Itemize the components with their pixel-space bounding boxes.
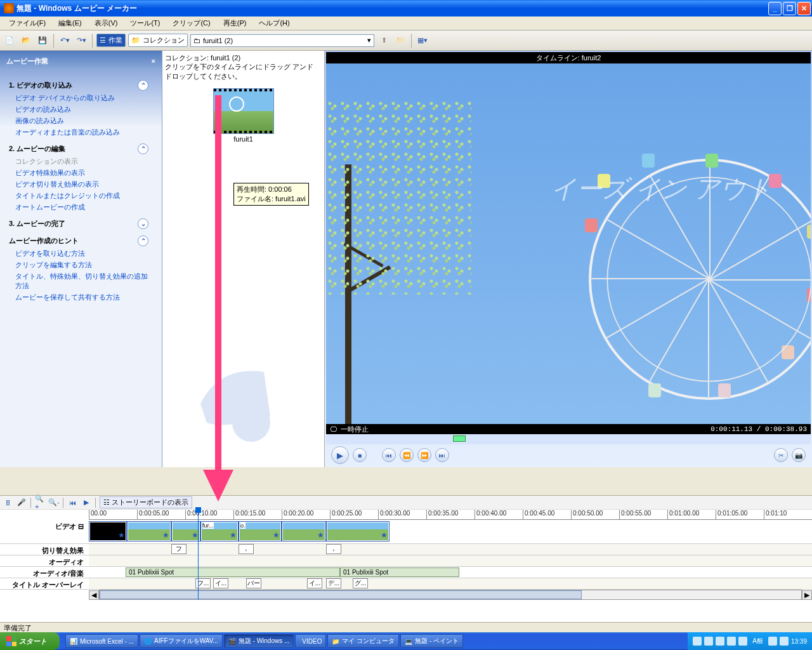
stop-button[interactable]: ■ (353, 448, 367, 462)
tray-icon[interactable] (727, 637, 736, 646)
title-clip[interactable]: イ... (213, 578, 228, 588)
next-button[interactable]: ⏭ (435, 448, 449, 462)
save-button[interactable]: 💾 (36, 34, 49, 48)
h-scrollbar[interactable] (99, 590, 802, 600)
show-storyboard-button[interactable]: ☷ ストーリーボードの表示 (100, 496, 192, 508)
rewind-button[interactable]: ⏪ (400, 448, 414, 462)
prev-button[interactable]: ⏮ (382, 448, 396, 462)
transition-clip[interactable]: , (326, 544, 341, 554)
audio-clip[interactable]: 01 Publixiii Spot (126, 567, 340, 577)
seek-slider[interactable] (326, 434, 811, 444)
ime-indicator[interactable]: A般 (752, 637, 763, 646)
rewind-timeline-button[interactable]: ⏮ (67, 498, 77, 508)
expand-icon[interactable]: ⌄ (138, 218, 148, 229)
panel-close-icon[interactable]: × (152, 57, 155, 65)
tray-icon[interactable] (738, 637, 747, 646)
task-link[interactable]: ビデオを取り込む方法 (15, 249, 153, 258)
title-clip[interactable]: グ... (353, 578, 368, 588)
section-finish[interactable]: 3. ムービーの完了⌄ (9, 218, 148, 229)
timeline-clip[interactable]: ★ (89, 521, 127, 541)
close-button[interactable]: ✕ (797, 2, 811, 15)
scroll-right-button[interactable]: ▶ (802, 590, 812, 600)
play-timeline-button[interactable]: ▶ (81, 498, 91, 508)
task-link[interactable]: クリップを編集する方法 (15, 260, 153, 270)
task-link[interactable]: ビデオの読み込み (15, 105, 153, 114)
menu-clip[interactable]: クリップ(C) (166, 17, 216, 30)
clip-thumbnail[interactable]: furuit1 (213, 88, 274, 143)
start-button[interactable]: スタート (0, 632, 60, 650)
collapse-icon[interactable]: ⌃ (138, 80, 148, 91)
status-bar: 準備完了 (0, 622, 812, 632)
tasks-toggle[interactable]: ☰ 作業 (96, 34, 126, 47)
tray-icon[interactable] (704, 637, 713, 646)
forward-button[interactable]: ⏩ (417, 448, 431, 462)
separator (92, 34, 93, 48)
menu-tool[interactable]: ツール(T) (124, 17, 166, 30)
timeline-clip[interactable]: fur...★ (200, 521, 239, 541)
timeline-clip[interactable]: ★ (326, 521, 390, 541)
redo-button[interactable]: ↷▾ (74, 34, 88, 48)
timeline-clip[interactable]: o.★ (239, 521, 282, 541)
menu-play[interactable]: 再生(P) (217, 17, 253, 30)
taskbar-item[interactable]: VIDEO (295, 634, 326, 648)
task-link[interactable]: オートムービーの作成 (15, 202, 153, 212)
taskbar-item[interactable]: 💻無題 - ペイント (400, 634, 463, 648)
snapshot-button[interactable]: 📷 (792, 448, 806, 462)
title-clip[interactable]: イ... (307, 578, 322, 588)
collapse-icon[interactable]: ⌃ (138, 143, 148, 154)
title-clip[interactable]: バー (246, 578, 261, 588)
task-link[interactable]: ビデオ デバイスからの取り込み (15, 93, 153, 103)
transition-clip[interactable]: , (239, 544, 254, 554)
tray-icon[interactable] (780, 637, 789, 646)
transition-clip[interactable]: フ (171, 544, 187, 554)
up-button[interactable]: ⬆ (377, 34, 391, 48)
title-clip[interactable]: デ... (326, 578, 341, 588)
split-button[interactable]: ✂ (774, 448, 788, 462)
new-project-button[interactable]: 📄 (3, 34, 16, 48)
collapse-track-icon[interactable]: ⊟ (78, 522, 84, 530)
minimize-button[interactable]: _ (768, 2, 782, 15)
audio-track: オーディオ (0, 555, 812, 567)
tray-icon[interactable] (716, 637, 724, 646)
play-button[interactable]: ▶ (331, 446, 349, 464)
menu-view[interactable]: 表示(V) (88, 17, 124, 30)
audio-clip[interactable]: 01 Publixiii Spot (340, 567, 459, 577)
zoom-out-button[interactable]: 🔍- (49, 498, 59, 508)
tray-icon[interactable] (768, 637, 777, 646)
taskbar-item[interactable]: 🌐AIFFファイルをWAV... (140, 634, 223, 648)
maximize-button[interactable]: ❐ (783, 2, 796, 15)
taskbar-item[interactable]: 🎬無題 - Windows ... (224, 634, 294, 648)
collections-toggle[interactable]: 📁 コレクション (128, 34, 188, 47)
new-folder-button[interactable]: 📁 (393, 34, 407, 48)
task-link[interactable]: ビデオ切り替え効果の表示 (15, 180, 153, 189)
narrate-button[interactable]: 🎤 (16, 498, 27, 508)
timeline-clip[interactable]: ★ (127, 521, 171, 541)
task-link[interactable]: ムービーを保存して共有する方法 (15, 293, 153, 302)
task-link[interactable]: タイトル、特殊効果、切り替え効果の追加方法 (15, 272, 153, 291)
tray-icon[interactable] (693, 637, 702, 646)
undo-button[interactable]: ↶▾ (58, 34, 72, 48)
collapse-icon[interactable]: ⌃ (138, 235, 148, 246)
taskbar-item[interactable]: 📊Microsoft Excel - ... (65, 634, 138, 648)
task-link[interactable]: 画像の読み込み (15, 116, 153, 126)
task-link[interactable]: オーディオまたは音楽の読み込み (15, 128, 153, 137)
task-link[interactable]: ビデオ特殊効果の表示 (15, 168, 153, 178)
taskbar-item[interactable]: 📁マイ コンピュータ (327, 634, 399, 648)
collection-name: furuit1 (2) (203, 37, 365, 44)
collection-dropdown[interactable]: 🗀 furuit1 (2) ▾ (190, 34, 374, 47)
set-levels-button[interactable]: 🎚 (3, 498, 13, 508)
timeline-clip[interactable]: ★ (282, 521, 326, 541)
scroll-left-button[interactable]: ◀ (89, 590, 99, 600)
svg-rect-1 (239, 404, 244, 435)
timeline-toolbar: 🎚 🎤 🔍+ 🔍- ⏮ ▶ ☷ ストーリーボードの表示 (0, 496, 812, 510)
clock[interactable]: 13:39 (791, 638, 807, 645)
zoom-in-button[interactable]: 🔍+ (35, 498, 45, 508)
open-button[interactable]: 📂 (19, 34, 33, 48)
menu-help[interactable]: ヘルプ(H) (252, 17, 296, 30)
menu-edit[interactable]: 編集(E) (52, 17, 88, 30)
playhead[interactable] (198, 510, 199, 600)
task-link[interactable]: タイトルまたはクレジットの作成 (15, 191, 153, 201)
view-mode-button[interactable]: ▦▾ (416, 34, 429, 48)
menu-file[interactable]: ファイル(F) (3, 17, 52, 30)
timeline-clip[interactable]: ★ (171, 521, 200, 541)
